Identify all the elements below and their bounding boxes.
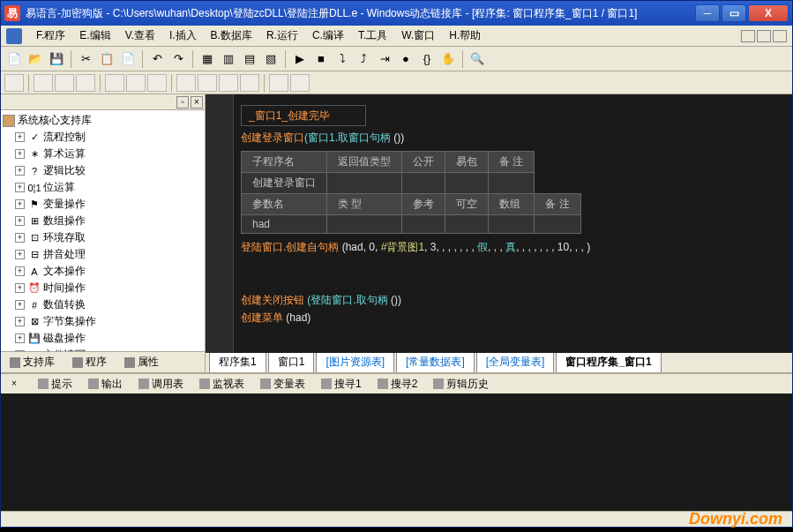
align1-button[interactable] — [4, 74, 24, 92]
align7-button[interactable] — [147, 74, 167, 92]
layout2-button[interactable]: ▥ — [219, 49, 238, 69]
close-hints-icon[interactable]: × — [11, 378, 22, 389]
menu-insert[interactable]: I.插入 — [162, 26, 204, 46]
etab-window1[interactable]: 窗口1 — [268, 353, 315, 372]
tree-item[interactable]: +?逻辑比较 — [3, 162, 203, 179]
tree-item[interactable]: +✓流程控制 — [3, 129, 203, 146]
menu-database[interactable]: B.数据库 — [204, 26, 259, 46]
expand-icon[interactable]: + — [15, 132, 25, 142]
new-button[interactable]: 📄 — [4, 49, 24, 69]
align2-button[interactable] — [34, 74, 53, 92]
code-editor[interactable]: _窗口1_创建完毕 创建登录窗口(窗口1.取窗口句柄 ()) 子程序名返回值类型… — [206, 94, 792, 353]
expand-icon[interactable]: + — [15, 199, 25, 209]
layout3-button[interactable]: ▤ — [240, 49, 259, 69]
tab-program[interactable]: 程序 — [67, 353, 112, 371]
layout1-button[interactable]: ▦ — [198, 49, 217, 69]
tree-item[interactable]: +A文本操作 — [3, 263, 203, 280]
expand-icon[interactable]: + — [15, 216, 25, 226]
paste-button[interactable]: 📄 — [118, 49, 138, 69]
btab-vars[interactable]: 变量表 — [253, 375, 312, 393]
braces-button[interactable]: {} — [417, 49, 437, 69]
tree-item[interactable]: +⊡环境存取 — [3, 229, 203, 246]
tree-item[interactable]: +⚑变量操作 — [3, 196, 203, 213]
layout4-button[interactable]: ▧ — [261, 49, 281, 69]
tree-item[interactable]: +0¦1位运算 — [3, 179, 203, 196]
tab-library[interactable]: 支持库 — [4, 353, 60, 371]
save-button[interactable]: 💾 — [47, 49, 66, 69]
btab-search1[interactable]: 搜寻1 — [314, 375, 369, 393]
align12-button[interactable] — [269, 74, 288, 92]
stop-button[interactable]: ■ — [311, 49, 331, 69]
tab-properties[interactable]: 属性 — [119, 353, 164, 371]
mdi-min-icon[interactable] — [741, 30, 755, 42]
expand-icon[interactable]: + — [15, 166, 25, 176]
hand-button[interactable]: ✋ — [438, 49, 458, 69]
align8-button[interactable] — [176, 74, 196, 92]
btab-hints[interactable]: 提示 — [31, 375, 79, 393]
expand-icon[interactable]: + — [15, 283, 25, 293]
expand-icon[interactable]: + — [15, 300, 25, 310]
align13-button[interactable] — [290, 74, 310, 92]
btab-search2[interactable]: 搜寻2 — [370, 375, 425, 393]
breakpoint-button[interactable]: ● — [396, 49, 415, 69]
btab-watch[interactable]: 监视表 — [192, 375, 251, 393]
open-button[interactable]: 📂 — [26, 49, 45, 69]
tree-root[interactable]: 系统核心支持库 — [3, 112, 203, 129]
align6-button[interactable] — [126, 74, 146, 92]
copy-button[interactable]: 📋 — [97, 49, 116, 69]
expand-icon[interactable]: + — [15, 266, 25, 276]
menu-tools[interactable]: T.工具 — [351, 26, 394, 46]
step-button[interactable]: ⤵ — [333, 49, 352, 69]
cut-button[interactable]: ✂ — [76, 49, 95, 69]
menu-program[interactable]: F.程序 — [29, 26, 72, 46]
expand-icon[interactable]: + — [15, 333, 25, 343]
panel-close-icon[interactable]: × — [191, 96, 203, 109]
tree-item[interactable]: +⊞数组操作 — [3, 213, 203, 229]
btab-cliphistory[interactable]: 剪辑历史 — [426, 375, 496, 393]
undo-button[interactable]: ↶ — [147, 49, 167, 69]
help-button[interactable]: 🔍 — [468, 49, 487, 69]
step-out-button[interactable]: ⇥ — [375, 49, 394, 69]
align3-button[interactable] — [55, 74, 74, 92]
minimize-button[interactable]: ─ — [695, 4, 720, 22]
menu-edit[interactable]: E.编辑 — [72, 26, 117, 46]
expand-icon[interactable]: + — [15, 233, 25, 243]
library-tree[interactable]: 系统核心支持库 +✓流程控制+∗算术运算+?逻辑比较+0¦1位运算+⚑变量操作+… — [1, 110, 205, 351]
align5-button[interactable] — [105, 74, 124, 92]
menu-window[interactable]: W.窗口 — [394, 26, 442, 46]
menu-run[interactable]: R.运行 — [259, 26, 305, 46]
etab-winprogset[interactable]: 窗口程序集_窗口1 — [556, 353, 661, 372]
expand-icon[interactable]: + — [15, 317, 25, 326]
mdi-close-icon[interactable] — [773, 30, 787, 42]
tree-item[interactable]: +∗算术运算 — [3, 146, 203, 162]
menu-help[interactable]: H.帮助 — [442, 26, 488, 46]
maximize-button[interactable]: ▭ — [722, 4, 746, 22]
output-area[interactable] — [1, 393, 792, 511]
redo-button[interactable]: ↷ — [168, 49, 188, 69]
etab-set1[interactable]: 程序集1 — [209, 353, 266, 372]
etab-consts[interactable]: [常量数据表] — [396, 353, 475, 372]
etab-images[interactable]: [图片资源表] — [316, 353, 394, 372]
expand-icon[interactable]: + — [15, 183, 25, 192]
menu-view[interactable]: V.查看 — [118, 26, 162, 46]
expand-icon[interactable]: + — [15, 149, 25, 159]
align10-button[interactable] — [219, 74, 238, 92]
menu-compile[interactable]: C.编译 — [305, 26, 351, 46]
run-button[interactable]: ▶ — [290, 49, 310, 69]
etab-globals[interactable]: [全局变量表] — [476, 353, 555, 372]
tree-item[interactable]: +⊟拼音处理 — [3, 246, 203, 263]
tree-item[interactable]: +💾磁盘操作 — [3, 330, 203, 347]
align11-button[interactable] — [240, 74, 259, 92]
align4-button[interactable] — [76, 74, 95, 92]
align9-button[interactable] — [198, 74, 217, 92]
panel-pin-icon[interactable]: ▫ — [176, 96, 189, 109]
tree-item[interactable]: +⊠字节集操作 — [3, 313, 203, 330]
close-button[interactable]: X — [748, 4, 789, 22]
btab-calls[interactable]: 调用表 — [131, 375, 191, 393]
expand-icon[interactable]: + — [15, 250, 25, 259]
mdi-max-icon[interactable] — [757, 30, 771, 42]
tree-item[interactable]: +⏰时间操作 — [3, 280, 203, 296]
tree-item[interactable]: +#数值转换 — [3, 296, 203, 313]
btab-output[interactable]: 输出 — [81, 375, 130, 393]
step-over-button[interactable]: ⤴ — [354, 49, 373, 69]
